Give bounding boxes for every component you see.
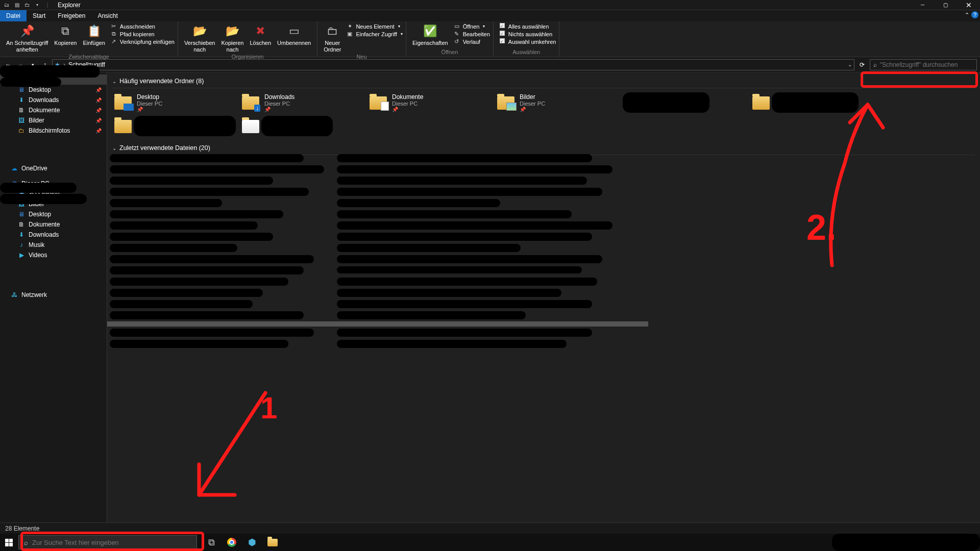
help-icon[interactable]: ?: [971, 11, 978, 18]
tree-onedrive[interactable]: ☁OneDrive: [0, 163, 107, 173]
folder-pictures[interactable]: BilderDieser PC📌: [495, 92, 607, 114]
section-recent-files[interactable]: ⌄Zuletzt verwendete Dateien (20): [112, 142, 975, 155]
network-icon: 🖧: [10, 291, 18, 298]
pin-icon: 📌: [392, 107, 423, 112]
section-frequent-folders[interactable]: ⌄Häufig verwendete Ordner (8): [112, 76, 975, 88]
folder-downloads[interactable]: DownloadsDieser PC📌: [240, 92, 352, 114]
maximize-button[interactable]: ▢: [934, 0, 957, 10]
start-button[interactable]: [0, 534, 17, 551]
taskbar-app[interactable]: ⬢: [244, 534, 260, 550]
folder-documents[interactable]: DokumenteDieser PC📌: [368, 92, 480, 114]
taskbar-search-box[interactable]: ⌕: [18, 535, 197, 549]
pin-icon: 📌: [95, 108, 102, 113]
videos-icon: ▶: [17, 252, 26, 259]
folder-redacted[interactable]: [750, 92, 863, 114]
paste-label: Einfügen: [83, 40, 105, 46]
new-folder-button[interactable]: 🗀Neuer Ordner: [321, 22, 344, 54]
delete-button[interactable]: ✖Löschen: [247, 22, 274, 47]
qat-dropdown-icon[interactable]: ▾: [33, 2, 41, 9]
search-icon: ⌕: [873, 61, 877, 68]
folder-redacted[interactable]: [623, 92, 735, 114]
address-dropdown-icon[interactable]: ⌄: [848, 62, 852, 67]
new-item-button[interactable]: ✦Neues Element▾: [346, 22, 403, 30]
taskbar-search-input[interactable]: [32, 539, 191, 546]
copyto-icon: 📂: [226, 23, 239, 39]
downloads-icon: ⬇: [17, 96, 26, 104]
newfolder-icon: 🗀: [327, 23, 338, 39]
tree-pc-downloads[interactable]: ⬇Downloads: [0, 230, 107, 240]
refresh-button[interactable]: ⟳: [856, 61, 868, 68]
pin-icon: 📌: [520, 107, 545, 112]
easy-access-button[interactable]: ▣Einfacher Zugriff▾: [346, 30, 403, 38]
copy-button[interactable]: ⧉ Kopieren: [51, 22, 80, 47]
select-all-button[interactable]: Alles auswählen: [499, 22, 556, 30]
properties-button[interactable]: ✅Eigenschaften: [409, 22, 451, 47]
navigation-pane[interactable]: ★Schnellzugriff 🖥Desktop📌 ⬇Downloads📌 🗎D…: [0, 72, 107, 540]
copy-to-button[interactable]: 📂Kopieren nach: [218, 22, 247, 54]
tree-documents[interactable]: 🗎Dokumente📌: [0, 105, 107, 115]
history-button[interactable]: ↺Verlauf: [453, 38, 490, 45]
open-button[interactable]: ▭Öffnen▾: [453, 22, 490, 30]
minimize-button[interactable]: ─: [911, 0, 934, 10]
paste-button[interactable]: 📋 Einfügen: [80, 22, 108, 47]
edit-button[interactable]: ✎Bearbeiten: [453, 30, 490, 38]
select-none-button[interactable]: Nichts auswählen: [499, 30, 556, 38]
documents-icon: 🗎: [17, 221, 26, 228]
newitem-icon: ✦: [346, 23, 353, 30]
explorer-search-box[interactable]: ⌕: [870, 59, 977, 70]
close-button[interactable]: ✕: [957, 0, 980, 10]
redacted-item: [0, 183, 77, 193]
tree-screenshots[interactable]: 🗀Bildschirmfotos📌: [0, 126, 107, 136]
collapse-ribbon-icon[interactable]: ⌃: [965, 12, 969, 18]
address-bar[interactable]: ★ › Schnellzugriff ⌄: [52, 59, 854, 70]
content-pane[interactable]: ⌄Häufig verwendete Ordner (8) DesktopDie…: [107, 72, 980, 540]
quick-access-toolbar: 🗂 ▤ 🗀 ▾ |: [0, 2, 53, 9]
tree-pictures[interactable]: 🖼Bilder📌: [0, 115, 107, 126]
tree-pc-music[interactable]: ♪Musik: [0, 240, 107, 250]
documents-icon: 🗎: [17, 107, 26, 114]
tab-share[interactable]: Freigeben: [52, 10, 91, 21]
onedrive-icon: ☁: [10, 165, 18, 172]
tree-downloads[interactable]: ⬇Downloads📌: [0, 95, 107, 105]
folder-redacted[interactable]: [240, 116, 352, 137]
easyaccess-icon: ▣: [346, 31, 353, 37]
copy-label: Kopieren: [54, 40, 77, 46]
paste-shortcut-button[interactable]: ↗Verknüpfung einfügen: [110, 38, 175, 45]
chevron-down-icon: ⌄: [112, 79, 116, 84]
explorer-search-input[interactable]: [880, 61, 973, 68]
folder-redacted[interactable]: [112, 116, 225, 137]
invert-selection-button[interactable]: Auswahl umkehren: [499, 38, 556, 45]
pin-to-quickaccess-button[interactable]: 📌 An Schnellzugriff anheften: [3, 22, 51, 54]
move-to-button[interactable]: 📂Verschieben nach: [181, 22, 218, 54]
selectnone-icon: [499, 31, 506, 37]
taskbar-chrome[interactable]: [224, 534, 240, 550]
tree-pc-desktop[interactable]: 🖥Desktop: [0, 209, 107, 219]
tab-view[interactable]: Ansicht: [91, 10, 124, 21]
tab-start[interactable]: Start: [27, 10, 52, 21]
taskbar-explorer[interactable]: [264, 534, 281, 550]
tree-pc-videos[interactable]: ▶Videos: [0, 250, 107, 260]
newfolder-qat-icon[interactable]: 🗀: [23, 2, 31, 9]
window-controls: ─ ▢ ✕: [911, 0, 980, 10]
cut-icon: ✂: [110, 23, 117, 30]
music-icon: ♪: [17, 241, 26, 248]
edit-icon: ✎: [453, 31, 460, 37]
tree-pc-documents[interactable]: 🗎Dokumente: [0, 219, 107, 230]
properties-qat-icon[interactable]: ▤: [13, 2, 21, 9]
tree-network[interactable]: 🖧Netzwerk: [0, 290, 107, 300]
divider: |: [43, 2, 52, 9]
copy-path-button[interactable]: ⧉Pfad kopieren: [110, 30, 175, 38]
folder-icon: [242, 96, 259, 110]
ribbon: 📌 An Schnellzugriff anheften ⧉ Kopieren …: [0, 21, 980, 57]
explorer-icon: 🗂: [3, 2, 11, 9]
group-organize-label: Organisieren: [181, 54, 314, 60]
properties-icon: ✅: [423, 23, 437, 39]
search-icon: ⌕: [24, 539, 28, 546]
selectall-icon: [499, 23, 506, 30]
chrome-icon: [227, 538, 236, 547]
tab-file[interactable]: Datei: [0, 10, 27, 21]
rename-button[interactable]: ▭Umbenennen: [274, 22, 314, 47]
folder-desktop[interactable]: DesktopDieser PC📌: [112, 92, 225, 114]
task-view-button[interactable]: ⧉: [203, 534, 219, 550]
cut-button[interactable]: ✂Ausschneiden: [110, 22, 175, 30]
